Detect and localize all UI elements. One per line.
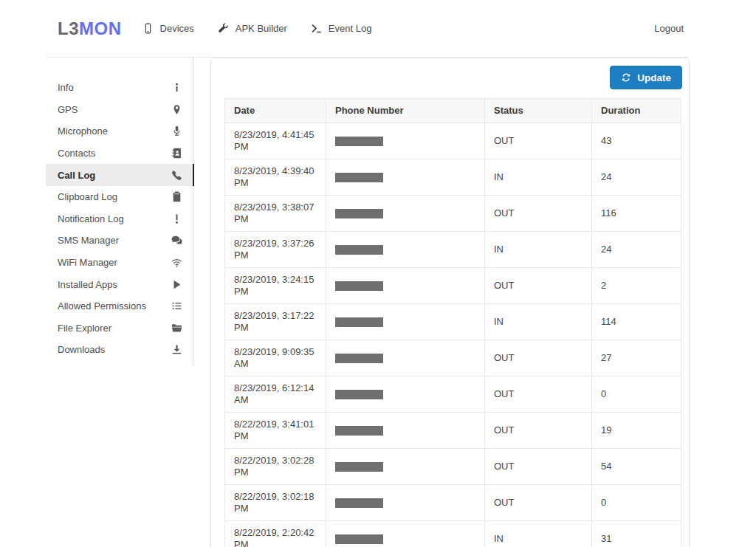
content-area: InfoGPSMicrophoneContactsCall LogClipboa… [46, 58, 688, 547]
cell-duration: 24 [592, 159, 681, 196]
exclamation-icon [171, 213, 182, 224]
card-toolbar: Update [211, 58, 689, 89]
sync-icon [621, 72, 631, 83]
sidebar-item-installed-apps[interactable]: Installed Apps [46, 273, 193, 295]
column-header-duration: Duration [592, 99, 681, 123]
phone-redaction-bar [335, 498, 383, 508]
topnav-label: APK Builder [236, 23, 287, 34]
sidebar-item-label: Call Log [58, 170, 171, 181]
cell-date: 8/23/2019, 3:17:22 PM [225, 304, 326, 340]
cell-phone-number [326, 413, 485, 449]
main-panel: Update DatePhone NumberStatusDuration 8/… [210, 58, 690, 547]
sidebar-item-downloads[interactable]: Downloads [46, 339, 193, 361]
logout-link[interactable]: Logout [654, 23, 684, 34]
sidebar-nav: InfoGPSMicrophoneContactsCall LogClipboa… [46, 58, 193, 365]
cell-date: 8/22/2019, 3:41:01 PM [225, 413, 326, 449]
mobile-icon [142, 23, 154, 34]
sidebar-item-contacts[interactable]: Contacts [46, 142, 193, 165]
table-row: 8/23/2019, 6:12:14 AMOUT0 [225, 376, 681, 413]
table-row: 8/23/2019, 3:17:22 PMIN114 [225, 304, 681, 340]
cell-phone-number [326, 196, 485, 232]
cell-status: OUT [485, 268, 592, 304]
topnav-item-apk-builder[interactable]: APK Builder [218, 23, 287, 34]
sidebar-item-sms-manager[interactable]: SMS Manager [46, 230, 193, 252]
sidebar-item-microphone[interactable]: Microphone [46, 120, 193, 142]
sidebar-item-label: Microphone [58, 125, 171, 137]
app-logo[interactable]: L3MON [58, 18, 122, 39]
top-navbar: L3MON DevicesAPK BuilderEvent Log Logout [46, 0, 688, 58]
sidebar-item-label: GPS [58, 104, 171, 115]
phone-redaction-bar [335, 390, 383, 399]
cell-status: IN [485, 232, 592, 268]
cell-duration: 114 [592, 304, 681, 340]
phone-redaction-bar [335, 281, 383, 291]
cell-date: 8/23/2019, 4:41:45 PM [225, 123, 326, 159]
phone-redaction-bar [335, 462, 383, 472]
cell-phone-number [326, 521, 485, 547]
cell-phone-number [326, 304, 485, 340]
info-icon [171, 82, 182, 93]
column-header-date: Date [225, 99, 326, 123]
cell-duration: 27 [592, 340, 681, 376]
sidebar-item-notification-log[interactable]: Notification Log [46, 208, 193, 230]
cell-status: OUT [485, 196, 592, 232]
cell-phone-number [326, 485, 485, 521]
cell-status: IN [485, 159, 592, 196]
cell-status: OUT [485, 413, 592, 449]
column-header-status: Status [485, 99, 592, 123]
phone-redaction-bar [335, 137, 383, 146]
call-log-table-wrapper: DatePhone NumberStatusDuration 8/23/2019… [224, 98, 681, 547]
cell-duration: 0 [592, 376, 681, 413]
cell-date: 8/22/2019, 3:02:18 PM [225, 485, 326, 521]
cell-status: IN [485, 521, 592, 547]
call-log-table: DatePhone NumberStatusDuration 8/23/2019… [224, 98, 681, 547]
topnav-label: Event Log [329, 23, 372, 34]
topnav-item-event-log[interactable]: Event Log [311, 23, 372, 34]
sidebar-item-clipboard-log[interactable]: Clipboard Log [46, 186, 193, 208]
phone-redaction-bar [335, 534, 383, 544]
sidebar-item-label: Notification Log [58, 213, 171, 224]
cell-phone-number [326, 340, 485, 376]
comments-icon [171, 235, 182, 246]
update-button[interactable]: Update [610, 66, 682, 89]
table-row: 8/22/2019, 2:20:42 PMIN31 [225, 521, 681, 547]
cell-duration: 43 [592, 123, 681, 159]
sidebar-item-wifi-manager[interactable]: WiFi Manager [46, 252, 193, 274]
sidebar-item-label: Clipboard Log [58, 191, 171, 202]
sidebar-item-gps[interactable]: GPS [46, 99, 193, 121]
call-log-card: Update DatePhone NumberStatusDuration 8/… [210, 58, 690, 547]
phone-icon [171, 170, 182, 181]
cell-duration: 19 [592, 413, 681, 449]
cell-phone-number [326, 449, 485, 485]
phone-redaction-bar [335, 209, 383, 219]
cell-status: OUT [485, 376, 592, 413]
cell-date: 8/22/2019, 3:02:28 PM [225, 449, 326, 485]
page-container: L3MON DevicesAPK BuilderEvent Log Logout… [46, 0, 688, 547]
sidebar-item-label: WiFi Manager [58, 257, 171, 268]
phone-redaction-bar [335, 173, 383, 182]
table-row: 8/23/2019, 9:09:35 AMOUT27 [225, 340, 681, 376]
map-marker-icon [171, 104, 182, 115]
cell-date: 8/23/2019, 6:12:14 AM [225, 376, 326, 413]
cell-status: OUT [485, 123, 592, 159]
phone-redaction-bar [335, 317, 383, 327]
table-row: 8/23/2019, 4:39:40 PMIN24 [225, 159, 681, 196]
clipboard-icon [171, 191, 182, 202]
sidebar-item-info[interactable]: Info [46, 77, 193, 99]
table-row: 8/23/2019, 3:37:26 PMIN24 [225, 232, 681, 268]
update-button-label: Update [637, 72, 671, 83]
table-row: 8/22/2019, 3:02:18 PMOUT0 [225, 485, 681, 521]
sidebar-item-allowed-permissions[interactable]: Allowed Permissions [46, 295, 193, 317]
cell-phone-number [326, 159, 485, 196]
topnav-item-devices[interactable]: Devices [142, 23, 194, 34]
folder-icon [171, 323, 182, 334]
cell-status: OUT [485, 340, 592, 376]
sidebar-item-label: Info [58, 82, 171, 93]
cell-date: 8/23/2019, 9:09:35 AM [225, 340, 326, 376]
table-row: 8/23/2019, 3:24:15 PMOUT2 [225, 268, 681, 304]
table-row: 8/23/2019, 3:38:07 PMOUT116 [225, 196, 681, 232]
sidebar-item-call-log[interactable]: Call Log [46, 164, 193, 186]
sidebar-item-file-explorer[interactable]: File Explorer [46, 317, 193, 340]
download-icon [171, 344, 182, 355]
top-nav-menu: DevicesAPK BuilderEvent Log [142, 23, 372, 34]
